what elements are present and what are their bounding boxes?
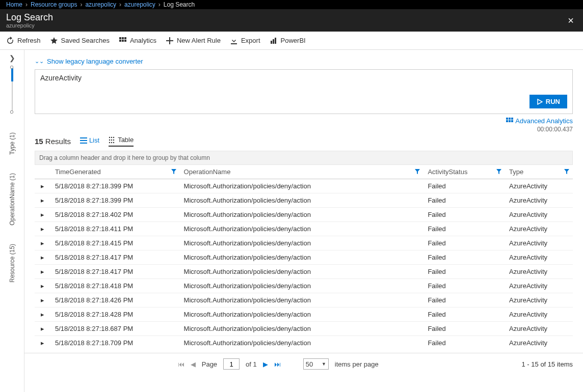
svg-point-19 — [111, 139, 112, 140]
table-row: ▸5/18/2018 8:27:18.428 PMMicrosoft.Autho… — [35, 307, 573, 322]
saved-searches-button[interactable]: Saved Searches — [50, 37, 110, 45]
page-input[interactable] — [223, 358, 240, 370]
expand-row-button[interactable]: ▸ — [35, 322, 51, 336]
expand-row-button[interactable]: ▸ — [35, 336, 51, 350]
table-row: ▸5/18/2018 8:27:18.399 PMMicrosoft.Autho… — [35, 193, 573, 208]
cell-type: AzureActivity — [505, 193, 573, 208]
plus-icon — [166, 37, 174, 45]
expand-row-button[interactable]: ▸ — [35, 222, 51, 236]
table-row: ▸5/18/2018 8:27:18.402 PMMicrosoft.Autho… — [35, 208, 573, 222]
new-alert-rule-button[interactable]: New Alert Rule — [166, 37, 221, 45]
group-drop-hint[interactable]: Drag a column header and drop it here to… — [35, 151, 573, 165]
cell-time: 5/18/2018 8:27:18.417 PM — [51, 265, 180, 279]
analytics-icon — [119, 37, 127, 45]
svg-rect-9 — [506, 118, 508, 120]
cell-type: AzureActivity — [505, 336, 573, 350]
refresh-button[interactable]: Refresh — [6, 37, 41, 45]
analytics-label: Analytics — [130, 37, 156, 44]
svg-rect-3 — [119, 40, 121, 42]
view-list-label: List — [89, 136, 99, 144]
powerbi-button[interactable]: PowerBI — [270, 37, 306, 45]
cell-time: 5/18/2018 8:27:18.426 PM — [51, 293, 180, 307]
chevron-right-icon: › — [119, 1, 121, 8]
svg-point-23 — [113, 142, 114, 143]
expand-row-button[interactable]: ▸ — [35, 279, 51, 293]
expand-row-button[interactable]: ▸ — [35, 265, 51, 279]
expand-row-button[interactable]: ▸ — [35, 193, 51, 208]
advanced-analytics-link[interactable]: Advanced Analytics — [506, 117, 573, 125]
header: Log Search azurepolicy × — [0, 9, 583, 32]
cell-operation: Microsoft.Authorization/policies/deny/ac… — [180, 222, 424, 236]
cell-status: Failed — [423, 265, 505, 279]
cell-operation: Microsoft.Authorization/policies/deny/ac… — [180, 208, 424, 222]
legacy-converter-link[interactable]: ⌄⌄ Show legacy language converter — [35, 58, 143, 65]
run-label: RUN — [546, 98, 560, 105]
breadcrumb-current: Log Search — [164, 1, 195, 8]
expand-row-button[interactable]: ▸ — [35, 307, 51, 322]
cell-status: Failed — [423, 208, 505, 222]
time-slider[interactable] — [12, 67, 13, 113]
page-next-button[interactable]: ▶ — [263, 360, 268, 368]
facet-resource[interactable]: Resource (15) — [9, 244, 16, 283]
filter-icon[interactable] — [414, 169, 420, 176]
col-timegenerated[interactable]: TimeGenerated — [51, 165, 180, 179]
filter-icon[interactable] — [496, 169, 502, 176]
page-last-button[interactable]: ⏭ — [274, 360, 281, 368]
cell-type: AzureActivity — [505, 250, 573, 265]
facet-operation-name[interactable]: OperationName (1) — [9, 173, 16, 226]
breadcrumb-link[interactable]: Home — [6, 1, 22, 8]
cell-status: Failed — [423, 193, 505, 208]
svg-rect-13 — [509, 120, 511, 122]
expand-row-button[interactable]: ▸ — [35, 250, 51, 265]
query-editor[interactable]: AzureActivity RUN — [35, 69, 573, 114]
expand-row-button[interactable]: ▸ — [35, 208, 51, 222]
breadcrumb-link[interactable]: azurepolicy — [124, 1, 155, 8]
chevron-right-icon: › — [80, 1, 82, 8]
double-chevron-down-icon: ⌄⌄ — [35, 58, 44, 65]
svg-rect-7 — [273, 39, 274, 44]
per-page-label: items per page — [335, 360, 379, 368]
expand-rail-button[interactable]: ❯ — [9, 54, 15, 62]
cell-time: 5/18/2018 8:27:18.428 PM — [51, 307, 180, 322]
analytics-icon — [506, 118, 513, 125]
svg-point-15 — [109, 136, 110, 137]
run-button[interactable]: RUN — [529, 95, 567, 108]
cell-type: AzureActivity — [505, 293, 573, 307]
table-row: ▸5/18/2018 8:27:18.399 PMMicrosoft.Autho… — [35, 179, 573, 193]
page-first-button[interactable]: ⏮ — [178, 360, 184, 368]
facet-type[interactable]: Type (1) — [9, 132, 16, 155]
cell-time: 5/18/2018 8:27:18.399 PM — [51, 193, 180, 208]
svg-rect-6 — [271, 41, 272, 44]
cell-operation: Microsoft.Authorization/policies/deny/ac… — [180, 193, 424, 208]
elapsed-time: 00:00:00.437 — [537, 126, 573, 133]
powerbi-icon — [270, 37, 278, 45]
view-table-button[interactable]: Table — [109, 136, 134, 147]
chevron-right-icon: › — [25, 1, 28, 8]
query-text: AzureActivity — [40, 74, 82, 82]
view-list-button[interactable]: List — [80, 136, 99, 146]
filter-icon[interactable] — [171, 169, 177, 176]
close-button[interactable]: × — [565, 15, 577, 26]
expand-row-button[interactable]: ▸ — [35, 293, 51, 307]
svg-point-20 — [113, 139, 114, 140]
cell-type: AzureActivity — [505, 307, 573, 322]
svg-rect-0 — [119, 37, 121, 39]
table-row: ▸5/18/2018 8:27:18.411 PMMicrosoft.Autho… — [35, 222, 573, 236]
filter-icon[interactable] — [564, 169, 570, 176]
breadcrumb-link[interactable]: Resource groups — [31, 1, 77, 8]
expand-row-button[interactable]: ▸ — [35, 236, 51, 250]
page-size-select[interactable]: 50 ▼ — [303, 358, 329, 370]
legacy-converter-label: Show legacy language converter — [47, 58, 143, 65]
breadcrumb-link[interactable]: azurepolicy — [85, 1, 116, 8]
export-button[interactable]: Export — [230, 37, 260, 45]
page-label: Page — [202, 360, 217, 368]
col-operationname[interactable]: OperationName — [180, 165, 424, 179]
col-activitystatus[interactable]: ActivityStatus — [423, 165, 505, 179]
col-type[interactable]: Type — [505, 165, 573, 179]
cell-type: AzureActivity — [505, 179, 573, 193]
svg-point-22 — [111, 142, 112, 143]
expand-row-button[interactable]: ▸ — [35, 179, 51, 193]
analytics-button[interactable]: Analytics — [119, 37, 156, 45]
svg-point-21 — [109, 142, 110, 143]
page-prev-button[interactable]: ◀ — [191, 360, 196, 368]
